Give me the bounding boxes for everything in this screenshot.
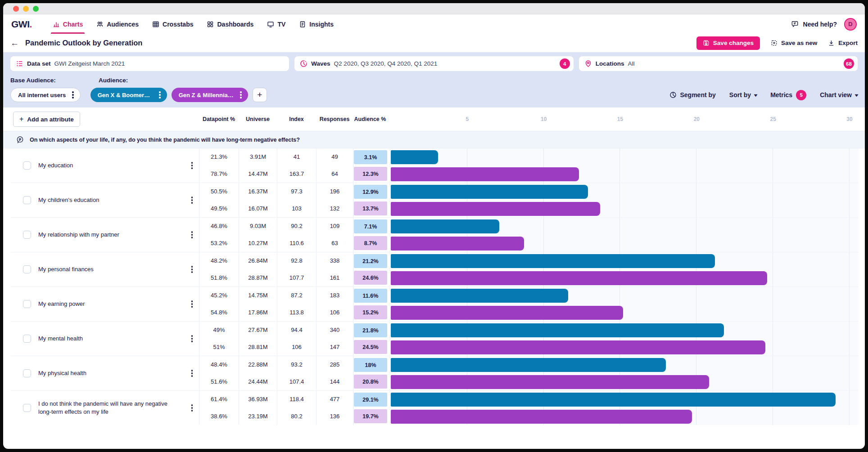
chip-menu-icon[interactable] bbox=[157, 90, 163, 100]
locations-filter[interactable]: Locations All 68 bbox=[579, 56, 858, 71]
audience-chip-genx-boomers[interactable]: Gen X & Boomers (M... bbox=[90, 88, 167, 102]
bar-blue[interactable] bbox=[391, 150, 438, 164]
datapoint-value: 21.3% bbox=[199, 148, 239, 166]
nav-tab-dashboards[interactable]: Dashboards bbox=[207, 14, 253, 34]
minimize-window-button[interactable] bbox=[23, 6, 29, 12]
floppy-disk-icon bbox=[703, 40, 710, 46]
bar-blue[interactable] bbox=[391, 358, 666, 372]
sort-by-dropdown[interactable]: Sort by ▾ bbox=[729, 91, 757, 98]
user-avatar[interactable]: D bbox=[844, 18, 857, 31]
close-window-button[interactable] bbox=[13, 6, 19, 12]
universe-value: 3.91M bbox=[239, 148, 277, 166]
row-menu-icon[interactable] bbox=[190, 299, 195, 309]
row-menu-icon[interactable] bbox=[190, 334, 195, 344]
add-attribute-button[interactable]: + Add an attribute bbox=[13, 112, 80, 127]
bar-purple[interactable] bbox=[391, 167, 579, 181]
responses-value: 109 bbox=[316, 218, 353, 235]
nav-right: Need help? D bbox=[791, 18, 857, 31]
nav-tab-audiences[interactable]: Audiences bbox=[96, 14, 139, 34]
responses-value: 285 bbox=[316, 356, 353, 373]
zoom-window-button[interactable] bbox=[33, 6, 39, 12]
responses-value: 144 bbox=[316, 373, 353, 390]
row-menu-icon[interactable] bbox=[190, 161, 195, 170]
bar-blue[interactable] bbox=[391, 393, 836, 407]
responses-value: 136 bbox=[316, 408, 353, 425]
index-value: 90.2 bbox=[277, 218, 316, 235]
bar-purple[interactable] bbox=[391, 410, 692, 424]
save-changes-button[interactable]: Save changes bbox=[696, 36, 760, 50]
index-value: 94.4 bbox=[277, 322, 316, 339]
bar-purple[interactable] bbox=[391, 340, 765, 354]
datapoint-value: 49% bbox=[199, 322, 239, 339]
row-menu-icon[interactable] bbox=[190, 230, 195, 240]
bar-blue[interactable] bbox=[391, 323, 724, 337]
row-checkbox[interactable] bbox=[23, 369, 31, 377]
row-menu-icon[interactable] bbox=[190, 264, 195, 274]
nav-tab-crosstabs[interactable]: Crosstabs bbox=[152, 14, 193, 34]
waves-filter[interactable]: Waves Q2 2020, Q3 2020, Q4 2020, Q1 2021… bbox=[294, 56, 573, 71]
row-checkbox[interactable] bbox=[23, 404, 31, 412]
row-left: My personal finances bbox=[10, 252, 199, 286]
bar-chart-cell bbox=[391, 218, 859, 252]
audience-cell-purple: 12.3% bbox=[353, 166, 387, 183]
dataset-filter[interactable]: Data set GWI Zeitgeist March 2021 bbox=[10, 56, 289, 71]
gwi-logo[interactable]: GWI. bbox=[11, 19, 32, 30]
row-checkbox[interactable] bbox=[23, 265, 31, 273]
index-value: 97.3 bbox=[277, 183, 316, 200]
universe-value: 10.27M bbox=[239, 235, 277, 252]
row-checkbox[interactable] bbox=[23, 231, 31, 239]
base-audience-chip[interactable]: All internet users bbox=[10, 88, 81, 102]
nav-tab-charts[interactable]: Charts bbox=[53, 14, 83, 34]
need-help-button[interactable]: Need help? bbox=[791, 20, 837, 28]
metrics-button[interactable]: Metrics 5 bbox=[770, 90, 806, 100]
plus-icon: + bbox=[19, 115, 23, 123]
pie-chart-icon bbox=[669, 91, 677, 98]
chart-view-dropdown[interactable]: Chart view ▾ bbox=[820, 91, 858, 98]
row-checkbox[interactable] bbox=[23, 335, 31, 343]
row-checkbox[interactable] bbox=[23, 300, 31, 308]
row-left: My education bbox=[10, 148, 199, 183]
index-value: 107.7 bbox=[277, 269, 316, 286]
chevron-down-icon: ▾ bbox=[754, 93, 757, 98]
nav-tab-insights[interactable]: Insights bbox=[299, 14, 334, 34]
responses-value: 338 bbox=[316, 252, 353, 269]
segment-by-button[interactable]: Segment by bbox=[669, 91, 716, 98]
save-as-new-button[interactable]: Save as new bbox=[771, 40, 817, 46]
bar-purple[interactable] bbox=[391, 306, 623, 320]
table-row: I do not think the pandemic will have an… bbox=[10, 390, 859, 425]
bar-chart-cell bbox=[391, 183, 859, 217]
row-menu-icon[interactable] bbox=[190, 368, 195, 378]
chart-axis: 51015202530 bbox=[391, 107, 859, 131]
responses-value: 63 bbox=[316, 235, 353, 252]
add-audience-button[interactable]: + bbox=[253, 88, 267, 102]
bar-blue[interactable] bbox=[391, 185, 588, 199]
audience-cell-purple: 8.7% bbox=[353, 235, 387, 252]
bar-blue[interactable] bbox=[391, 254, 715, 268]
row-menu-icon[interactable] bbox=[190, 195, 195, 205]
bar-purple[interactable] bbox=[391, 237, 524, 251]
audience-chip-genz-millennials[interactable]: Gen Z & Millennials (... bbox=[172, 88, 248, 102]
waves-icon bbox=[300, 60, 307, 67]
row-left: My relationship with my partner bbox=[10, 218, 199, 252]
bar-purple[interactable] bbox=[391, 202, 600, 216]
nav-tab-tv[interactable]: TV bbox=[267, 14, 285, 34]
table-row: My earning power 45.2% 14.75M 87.2 183 1… bbox=[10, 286, 859, 321]
row-checkbox[interactable] bbox=[23, 196, 31, 204]
bar-purple[interactable] bbox=[391, 271, 767, 285]
axis-tick-label: 5 bbox=[466, 116, 469, 122]
row-left: My children's education bbox=[10, 183, 199, 217]
row-menu-icon[interactable] bbox=[190, 403, 195, 413]
responses-value: 477 bbox=[316, 391, 353, 408]
attribute-label: My education bbox=[38, 161, 73, 170]
back-arrow-icon[interactable]: ← bbox=[10, 39, 19, 47]
export-button[interactable]: Export bbox=[828, 40, 858, 46]
index-value: 107.4 bbox=[277, 373, 316, 390]
bar-purple[interactable] bbox=[391, 375, 709, 389]
chip-menu-icon[interactable] bbox=[238, 90, 244, 100]
row-checkbox[interactable] bbox=[23, 161, 31, 170]
bar-blue[interactable] bbox=[391, 219, 499, 233]
bar-blue[interactable] bbox=[391, 289, 568, 303]
index-value: 106 bbox=[277, 339, 316, 356]
chip-menu-icon[interactable] bbox=[70, 90, 76, 100]
attribute-label: I do not think the pandemic will have an… bbox=[38, 400, 173, 416]
